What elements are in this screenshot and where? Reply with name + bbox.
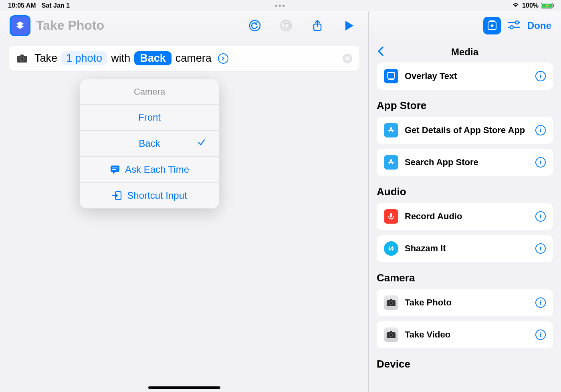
- app-store-icon: [384, 123, 398, 137]
- action-record-audio[interactable]: Record Audio i: [377, 203, 553, 230]
- info-button[interactable]: i: [535, 125, 546, 135]
- action-shazam-it[interactable]: Shazam It i: [377, 235, 553, 262]
- back-button[interactable]: [377, 46, 385, 59]
- camera-param-popover: Camera Front Back Ask Each Time: [80, 79, 219, 208]
- editor-pane: Take Photo: [0, 11, 369, 392]
- share-button[interactable]: [311, 19, 324, 32]
- remove-action-button[interactable]: [343, 54, 352, 63]
- redo-button: [279, 19, 293, 32]
- actions-sidebar: Done Media Overlay Text i App Store: [369, 11, 561, 392]
- run-button[interactable]: [342, 19, 355, 32]
- section-device: Device: [377, 358, 553, 370]
- popover-shortcut-input[interactable]: Shortcut Input: [80, 183, 219, 208]
- camera-icon: [384, 327, 398, 342]
- status-time: 10:05 AM: [8, 2, 36, 9]
- popover-title: Camera: [80, 79, 219, 105]
- checkmark-icon: [197, 138, 206, 149]
- svg-point-13: [515, 21, 519, 24]
- action-take-photo[interactable]: Take 1 photo with Back camera: [9, 46, 359, 71]
- action-overlay-text[interactable]: Overlay Text i: [377, 63, 553, 90]
- section-app-store: App Store: [377, 99, 553, 112]
- svg-rect-18: [390, 213, 392, 217]
- svg-rect-11: [489, 20, 495, 22]
- info-button[interactable]: i: [535, 157, 546, 168]
- app-store-icon: [384, 155, 398, 170]
- camera-direction-param[interactable]: Back: [134, 51, 172, 65]
- sidebar-nav: Media: [369, 40, 561, 63]
- action-get-app-details[interactable]: Get Details of App Store App i: [377, 117, 553, 144]
- apps-filter-button[interactable]: [483, 17, 501, 34]
- action-list[interactable]: Overlay Text i App Store Get Details of …: [369, 63, 561, 392]
- editor-header: Take Photo: [0, 11, 368, 40]
- action-take-photo-item[interactable]: Take Photo i: [377, 289, 553, 316]
- svg-rect-6: [111, 166, 119, 172]
- popover-ask-each-time[interactable]: Ask Each Time: [80, 157, 219, 183]
- svg-rect-16: [387, 73, 395, 78]
- section-audio: Audio: [377, 186, 553, 198]
- shortcut-app-icon[interactable]: [10, 15, 30, 36]
- undo-button[interactable]: [248, 19, 262, 32]
- svg-point-24: [390, 334, 392, 336]
- shazam-icon: [384, 241, 398, 256]
- popover-option-back[interactable]: Back: [80, 131, 219, 157]
- chat-bubble-icon: [110, 164, 120, 175]
- svg-point-5: [21, 57, 24, 60]
- action-take-video-item[interactable]: Take Video i: [377, 321, 553, 348]
- microphone-icon: [384, 209, 398, 224]
- info-button[interactable]: i: [535, 211, 546, 222]
- input-arrow-icon: [112, 190, 122, 201]
- popover-option-front[interactable]: Front: [80, 105, 219, 131]
- wifi-icon: [512, 2, 520, 10]
- svg-point-21: [390, 302, 392, 304]
- multitask-dots-icon[interactable]: •••: [275, 2, 286, 10]
- action-text-with: with: [111, 52, 130, 65]
- section-camera: Camera: [377, 272, 553, 284]
- filter-sliders-button[interactable]: [507, 19, 521, 32]
- status-bar: 10:05 AM Sat Jan 1 ••• 100% ⚡: [0, 0, 561, 11]
- battery-percent: 100%: [522, 2, 539, 9]
- action-search-app-store[interactable]: Search App Store i: [377, 149, 553, 176]
- sidebar-title: Media: [451, 46, 478, 58]
- status-date: Sat Jan 1: [42, 2, 70, 9]
- expand-action-button[interactable]: [218, 53, 228, 64]
- done-button[interactable]: Done: [527, 20, 551, 31]
- info-button[interactable]: i: [535, 243, 546, 254]
- info-button[interactable]: i: [535, 71, 546, 81]
- info-button[interactable]: i: [535, 329, 546, 340]
- camera-icon: [384, 295, 398, 310]
- battery-icon: ⚡: [541, 3, 553, 8]
- action-text-suffix: camera: [176, 52, 212, 65]
- camera-icon: [16, 53, 28, 65]
- shortcut-title[interactable]: Take Photo: [36, 18, 242, 33]
- home-indicator[interactable]: [148, 386, 220, 389]
- sidebar-header: Done: [369, 11, 561, 40]
- action-text-prefix: Take: [34, 52, 57, 65]
- photo-count-param[interactable]: 1 photo: [61, 51, 107, 65]
- svg-point-15: [510, 26, 513, 29]
- info-button[interactable]: i: [535, 297, 546, 308]
- overlay-text-icon: [384, 69, 398, 83]
